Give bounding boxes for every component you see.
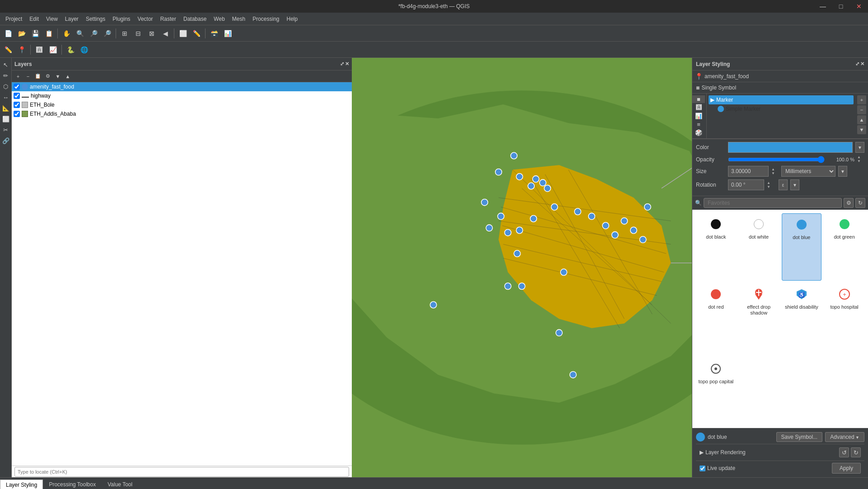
map-canvas[interactable] [352, 58, 692, 477]
symbol-cell-dot_white[interactable]: dot white [739, 213, 779, 281]
rotation-extra-button[interactable]: ▼ [790, 179, 799, 190]
zoom-selected-button[interactable]: ⊠ [145, 27, 158, 40]
advanced-button[interactable]: Advanced [825, 432, 864, 442]
identify-tool-button[interactable]: 🔍 [74, 27, 86, 40]
menu-item-plugins[interactable]: Plugins [109, 14, 134, 24]
layer-item-amenity_fast_food[interactable]: amenity_fast_food [12, 82, 352, 91]
map-tool-6[interactable]: ⬜ [1, 114, 11, 124]
menu-item-mesh[interactable]: Mesh [229, 14, 249, 24]
symbol-cell-dot_red[interactable]: dot red [696, 283, 736, 356]
menu-item-layer[interactable]: Layer [61, 14, 82, 24]
deselect-button[interactable]: ✏️ [190, 27, 203, 40]
edit-toggle-button[interactable]: ✏️ [2, 43, 14, 56]
open-project-button[interactable]: 📂 [15, 27, 28, 40]
globe-button[interactable]: 🌐 [78, 43, 90, 56]
styling-close-button[interactable]: ✕ [860, 61, 864, 67]
symbol-cell-dot_green[interactable]: dot green [824, 213, 864, 281]
menu-item-help[interactable]: Help [283, 14, 302, 24]
layer-item-highway[interactable]: highway [12, 91, 352, 100]
diagram-button[interactable]: 📈 [47, 43, 59, 56]
menu-item-settings[interactable]: Settings [82, 14, 109, 24]
minimize-button[interactable]: — [814, 0, 832, 13]
menu-item-processing[interactable]: Processing [249, 14, 283, 24]
menu-item-edit[interactable]: Edit [26, 14, 42, 24]
open-attribute-button[interactable]: 📋 [33, 72, 42, 81]
map-tool-4[interactable]: ↔ [1, 92, 11, 102]
symbol-cell-effect_drop_shadow[interactable]: effect drop shadow [739, 283, 779, 356]
favorites-options-button[interactable]: ⚙ [844, 198, 854, 208]
add-symbol-layer-button[interactable]: + [857, 95, 866, 104]
color-swatch[interactable] [728, 142, 853, 153]
styling-tab-symbology[interactable]: ■ [692, 95, 705, 103]
size-input[interactable] [728, 166, 769, 177]
rotation-down-arrow[interactable]: ▼ [767, 185, 774, 189]
opacity-down-arrow[interactable]: ▼ [857, 160, 864, 163]
color-dropdown-button[interactable]: ▼ [855, 142, 864, 153]
styling-tab-labels[interactable]: 🅰 [692, 104, 705, 112]
map-tool-2[interactable]: ✏ [1, 71, 11, 80]
layers-close-button[interactable]: ✕ [345, 61, 349, 67]
menu-item-vector[interactable]: Vector [134, 14, 157, 24]
pan-tool-button[interactable]: ✋ [60, 27, 73, 40]
symbol-cell-dot_black[interactable]: dot black [696, 213, 736, 281]
save-project-button[interactable]: 💾 [29, 27, 42, 40]
bottom-tab-processing-toolbox[interactable]: Processing Toolbox [43, 479, 102, 489]
save-symbol-button[interactable]: Save Symbol... [776, 432, 823, 442]
menu-item-database[interactable]: Database [180, 14, 210, 24]
rotation-field-button[interactable]: ε [779, 179, 788, 190]
size-unit-select[interactable]: Millimeters Pixels Points [781, 166, 835, 177]
zoom-full-button[interactable]: ⊞ [118, 27, 131, 40]
select-button[interactable]: ⬜ [177, 27, 189, 40]
map-tool-7[interactable]: ✂ [1, 125, 11, 135]
favorites-search-input[interactable] [704, 198, 842, 208]
layers-float-button[interactable]: ⤢ [340, 61, 344, 67]
size-down-arrow[interactable]: ▼ [771, 172, 779, 175]
opacity-slider[interactable] [728, 156, 825, 163]
map-tool-8[interactable]: 🔗 [1, 136, 11, 146]
move-up-button[interactable]: ▲ [857, 115, 866, 124]
styling-tab-diagrams[interactable]: 📊 [692, 112, 705, 120]
map-tool-1[interactable]: ↖ [1, 60, 11, 70]
styling-tab-fields[interactable]: ≡ [692, 121, 705, 128]
remove-symbol-layer-button[interactable]: − [857, 105, 866, 114]
layers-search-input[interactable] [14, 467, 349, 477]
size-up-arrow[interactable]: ▲ [771, 168, 779, 171]
save-as-button[interactable]: 📋 [42, 27, 55, 40]
rendering-copy-button[interactable]: ↻ [851, 447, 861, 457]
move-down-button[interactable]: ▼ [857, 125, 866, 134]
favorites-refresh-button[interactable]: ↻ [855, 198, 865, 208]
zoom-in-button[interactable]: 🔎 [87, 27, 100, 40]
symbol-cell-topo_hospital[interactable]: +topo hospital [824, 283, 864, 356]
layer-checkbox-ETH_Bole[interactable] [14, 102, 20, 108]
remove-layer-button[interactable]: − [23, 72, 33, 81]
layer-checkbox-highway[interactable] [14, 93, 20, 99]
live-update-checkbox[interactable] [700, 465, 705, 471]
layer-item-eth_addis_ababa[interactable]: ETH_Addis_Ababa [12, 109, 352, 118]
python-console-button[interactable]: 🐍 [64, 43, 77, 56]
marker-row[interactable]: ▶ Marker [709, 95, 854, 104]
close-button[interactable]: ✕ [850, 0, 868, 13]
maximize-button[interactable]: □ [832, 0, 850, 13]
attribute-table-button[interactable]: 🗃️ [208, 27, 220, 40]
layer-rendering-header[interactable]: ▶ Layer Rendering ↺ ↻ [700, 446, 861, 459]
styling-float-button[interactable]: ⤢ [855, 61, 859, 67]
new-project-button[interactable]: 📄 [2, 27, 14, 40]
symbol-cell-shield_disability[interactable]: ♿shield disability [782, 283, 822, 356]
rotation-input[interactable] [728, 179, 764, 190]
bottom-tab-value-tool[interactable]: Value Tool [102, 479, 138, 489]
digitize-button[interactable]: 📍 [15, 43, 28, 56]
size-unit-dropdown[interactable]: ▼ [838, 166, 847, 177]
live-update-label[interactable]: Live update [700, 465, 735, 471]
map-tool-5[interactable]: 📐 [1, 103, 11, 113]
layer-checkbox-ETH_Addis_Ababa[interactable] [14, 111, 20, 117]
expand-all-button[interactable]: ▼ [53, 72, 62, 81]
apply-button[interactable]: Apply [832, 463, 861, 474]
filter-button[interactable]: ⚙ [43, 72, 52, 81]
zoom-out-button[interactable]: 🔎 [101, 27, 113, 40]
simple-marker-row[interactable]: Simple Marker [709, 104, 854, 113]
menu-item-view[interactable]: View [42, 14, 61, 24]
styling-tab-3d[interactable]: 🎲 [692, 129, 705, 136]
symbol-cell-topo_pop_capital[interactable]: topo pop capital [696, 358, 736, 424]
layer-checkbox-amenity_fast_food[interactable] [14, 84, 20, 90]
rotation-up-arrow[interactable]: ▲ [767, 181, 774, 185]
